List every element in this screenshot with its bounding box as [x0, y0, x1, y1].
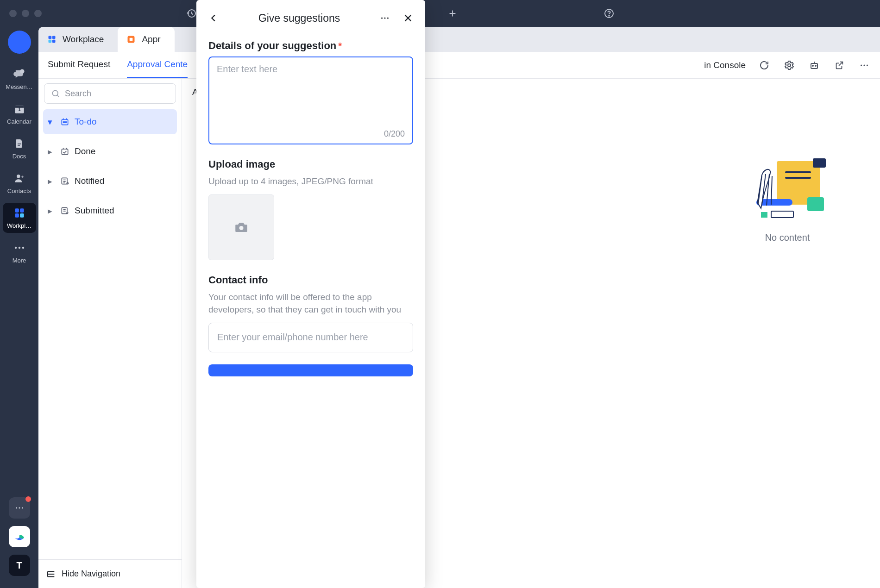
close-icon[interactable] — [401, 11, 415, 25]
docs-icon — [13, 137, 26, 150]
svg-rect-13 — [15, 213, 19, 218]
svg-rect-14 — [20, 213, 24, 218]
chevron-right-icon: ▸ — [48, 176, 55, 187]
rail-label: Contacts — [3, 188, 36, 194]
add-tab-icon[interactable] — [446, 7, 459, 19]
svg-point-3 — [20, 69, 24, 74]
rail-item-workplace[interactable]: Workpl… — [3, 203, 36, 233]
chevron-down-icon: ▾ — [48, 117, 55, 127]
contact-label: Contact info — [208, 274, 413, 286]
svg-rect-21 — [49, 36, 52, 39]
maximize-window-icon[interactable] — [34, 10, 42, 17]
more-icon — [13, 241, 26, 254]
chevron-right-icon: ▸ — [48, 146, 55, 157]
contact-input[interactable]: Enter your email/phone number here — [208, 323, 413, 352]
modal-more-icon[interactable] — [378, 11, 392, 25]
camera-icon — [233, 219, 249, 235]
rail-label: Calendar — [3, 118, 36, 125]
svg-point-2 — [609, 15, 610, 16]
suggestions-modal: Give suggestions Details of your suggest… — [196, 0, 425, 415]
tab-label: Appr — [142, 34, 160, 44]
svg-point-34 — [52, 90, 58, 96]
rail-label: More — [3, 257, 36, 264]
contact-placeholder: Enter your email/phone number here — [217, 332, 368, 343]
nav-label: To-do — [75, 117, 97, 127]
notified-icon — [60, 176, 70, 186]
svg-rect-36 — [63, 122, 67, 123]
textarea-placeholder: Enter text here — [217, 64, 277, 74]
nav-label: Submitted — [75, 206, 114, 216]
workplace-icon — [13, 206, 26, 219]
rail-label: Docs — [3, 153, 36, 160]
subtab-submit[interactable]: Submit Request — [48, 52, 110, 78]
help-icon[interactable] — [603, 7, 615, 19]
svg-point-50 — [384, 17, 385, 19]
svg-point-39 — [67, 182, 68, 184]
close-window-icon[interactable] — [9, 10, 17, 17]
upload-sub: Upload up to 4 images, JPEG/PNG format — [208, 175, 413, 188]
nav-item-done[interactable]: ▸ Done — [43, 139, 177, 164]
tab-approval[interactable]: Appr — [118, 27, 174, 52]
contact-sub: Your contact info will be offered to the… — [208, 291, 413, 316]
rail-item-docs[interactable]: Docs — [3, 133, 36, 163]
messenger-icon — [13, 68, 26, 81]
search-input[interactable]: Search — [44, 83, 176, 104]
svg-rect-26 — [130, 38, 133, 41]
rail-label: Workpl… — [3, 222, 36, 229]
minimize-window-icon[interactable] — [22, 10, 29, 17]
svg-point-10 — [21, 176, 23, 178]
tab-workplace[interactable]: Workplace — [38, 27, 118, 52]
upload-image-button[interactable] — [208, 194, 274, 260]
rail-item-messenger[interactable]: Messen… — [3, 64, 36, 94]
svg-text:1: 1 — [18, 106, 20, 112]
upload-label: Upload image — [208, 158, 413, 170]
svg-rect-24 — [52, 40, 56, 43]
subtab-label: Approval Cente — [127, 59, 188, 69]
todo-icon — [60, 117, 70, 127]
window-controls — [9, 10, 42, 17]
history-icon[interactable] — [185, 7, 197, 19]
nav-label: Done — [75, 146, 95, 156]
svg-rect-11 — [15, 208, 19, 213]
nav-item-submitted[interactable]: ▸ Submitted — [43, 198, 177, 223]
svg-rect-7 — [18, 144, 21, 144]
calendar-icon: 1 — [13, 102, 26, 115]
svg-point-52 — [239, 225, 243, 230]
approval-sidebar: Search ▾ To-do ▸ Done — [38, 79, 182, 415]
svg-point-51 — [387, 17, 389, 19]
svg-point-17 — [22, 247, 24, 249]
char-counter: 0/200 — [384, 129, 405, 139]
search-placeholder: Search — [65, 89, 91, 99]
submitted-icon — [60, 206, 70, 216]
required-asterisk: * — [338, 41, 342, 51]
modal-title: Give suggestions — [220, 12, 378, 25]
search-icon — [51, 89, 60, 98]
nav-item-notified[interactable]: ▸ Notified — [43, 169, 177, 194]
details-label: Details of your suggestion * — [208, 40, 413, 52]
submit-button[interactable] — [208, 364, 413, 376]
suggestion-textarea[interactable]: Enter text here 0/200 — [208, 56, 413, 144]
approval-tab-icon — [126, 34, 136, 44]
rail-item-contacts[interactable]: Contacts — [3, 168, 36, 198]
subtab-approval-center[interactable]: Approval Cente — [127, 52, 188, 78]
svg-rect-37 — [62, 149, 68, 155]
avatar[interactable] — [8, 31, 31, 54]
svg-rect-22 — [52, 36, 56, 39]
chevron-right-icon: ▸ — [48, 206, 55, 216]
back-icon[interactable] — [207, 11, 220, 25]
rail-item-more[interactable]: More — [3, 238, 36, 268]
tab-label: Workplace — [63, 34, 104, 44]
modal-header: Give suggestions — [196, 0, 425, 36]
rail-item-calendar[interactable]: 1 Calendar — [3, 99, 36, 129]
svg-rect-8 — [18, 145, 20, 146]
details-label-text: Details of your suggestion — [208, 40, 336, 52]
svg-rect-23 — [49, 40, 52, 43]
svg-point-15 — [14, 247, 16, 249]
contacts-icon — [13, 172, 26, 185]
nav-item-todo[interactable]: ▾ To-do — [43, 109, 177, 134]
svg-point-9 — [17, 175, 20, 178]
nav-label: Notified — [75, 176, 104, 186]
svg-rect-12 — [20, 208, 24, 213]
done-icon — [60, 146, 70, 156]
rail-label: Messen… — [3, 83, 36, 90]
